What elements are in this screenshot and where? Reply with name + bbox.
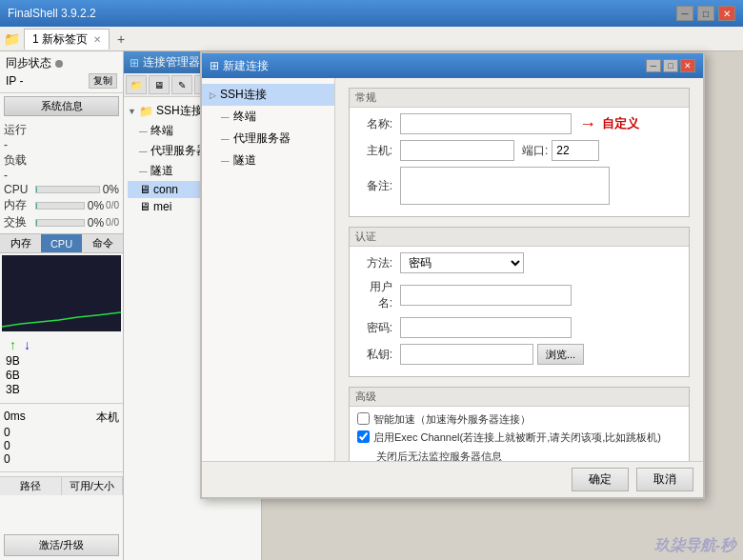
- close-btn[interactable]: ✕: [718, 6, 735, 21]
- download-val2: 3B: [6, 383, 20, 396]
- port-label: 端口:: [522, 143, 548, 159]
- minimize-btn[interactable]: ─: [676, 6, 693, 21]
- dialog-close-btn[interactable]: ✕: [680, 59, 695, 72]
- host-row: 主机: 端口:: [357, 140, 681, 161]
- private-key-label: 私钥:: [357, 347, 400, 363]
- cpu-value: 0%: [103, 183, 119, 196]
- cancel-btn[interactable]: 取消: [636, 468, 693, 491]
- dlg-tunnel-label: 隧道: [233, 152, 256, 169]
- method-select[interactable]: 密码 公钥 键盘交互: [400, 252, 524, 273]
- dlg-terminal-dash: ─: [221, 110, 230, 124]
- mei-item-label: mei: [153, 200, 171, 213]
- swap-bar-container: [35, 219, 85, 227]
- new-conn-btn[interactable]: 🖥: [149, 75, 170, 94]
- new-folder-btn[interactable]: 📁: [126, 75, 147, 94]
- ok-btn[interactable]: 确定: [572, 468, 629, 491]
- ping-val1: 0: [4, 426, 10, 439]
- main-tab[interactable]: 1 新标签页 ✕: [24, 29, 110, 50]
- auth-section-title: 认证: [350, 228, 689, 247]
- ip-label: IP -: [6, 74, 23, 88]
- private-key-input[interactable]: [400, 344, 533, 365]
- username-input[interactable]: [400, 285, 572, 306]
- method-label: 方法:: [357, 255, 400, 271]
- transfer-section: ↑ ↓ 9B 6B 3B: [0, 333, 123, 399]
- name-input[interactable]: [400, 113, 572, 134]
- conn-icon: ⊞: [130, 56, 139, 70]
- cpu-label: CPU: [4, 183, 32, 196]
- add-tab-btn[interactable]: +: [111, 30, 131, 49]
- dlg-tree-terminal[interactable]: ─ 终端: [202, 106, 334, 128]
- dlg-tunnel-dash: ─: [221, 154, 230, 168]
- advanced-section: 高级 智能加速（加速海外服务器连接） 启用Exec Channel(若连接上就被…: [349, 387, 690, 461]
- dlg-tree-tunnel[interactable]: ─ 隧道: [202, 150, 334, 171]
- terminal-label: 终端: [151, 123, 173, 139]
- sync-status-section: 同步状态 IP - 复制: [0, 51, 123, 93]
- dialog-right-form: 常规 名称: → 自定义 主机:: [335, 78, 703, 461]
- memory-label: 内存: [4, 197, 32, 213]
- maximize-btn[interactable]: □: [697, 6, 714, 21]
- running-label: 运行 -: [4, 122, 32, 151]
- exec-channel-note: 关闭后无法监控服务器信息: [376, 450, 502, 461]
- left-panel: 同步状态 IP - 复制 系统信息 运行 - 负载 - CPU 0%: [0, 51, 124, 560]
- tab-memory-btn[interactable]: 内存: [0, 234, 41, 252]
- dlg-tree-ssh[interactable]: ▷ SSH连接: [202, 84, 334, 106]
- note-input[interactable]: [400, 167, 610, 205]
- tab-bar: 📁 1 新标签页 ✕ +: [0, 27, 743, 51]
- dlg-ssh-label: SSH连接: [220, 87, 267, 103]
- name-row: 名称: → 自定义: [357, 113, 681, 134]
- port-input[interactable]: [552, 140, 599, 161]
- tab-command-btn[interactable]: 命令: [82, 234, 123, 252]
- conn-monitor-icon: 🖥: [139, 183, 151, 196]
- general-section-title: 常规: [350, 89, 689, 108]
- edit-btn[interactable]: ✎: [171, 75, 192, 94]
- tunnel-label: 隧道: [151, 163, 173, 179]
- download-val1: 6B: [6, 369, 20, 382]
- dlg-ssh-arrow: ▷: [210, 90, 216, 100]
- customize-arrow-icon: →: [579, 114, 596, 134]
- memory-value: 0%: [88, 199, 104, 212]
- customize-section: → 自定义: [579, 114, 639, 134]
- customize-label: 自定义: [602, 115, 639, 132]
- cpu-bar-container: [35, 186, 100, 193]
- route-tab[interactable]: 路径: [0, 477, 62, 495]
- username-row: 用户名:: [357, 279, 681, 311]
- dialog-minimize-btn[interactable]: ─: [646, 59, 661, 72]
- memory-bar-container: [35, 202, 85, 210]
- new-connection-dialog: ⊞ 新建连接 ─ □ ✕ ▷ SSH连接 ─ 终端 ─ 代理服务器: [200, 51, 705, 499]
- sys-info-btn[interactable]: 系统信息: [4, 96, 119, 116]
- ping-host: 本机: [96, 410, 119, 426]
- dlg-tree-proxy[interactable]: ─ 代理服务器: [202, 128, 334, 150]
- username-label: 用户名:: [357, 279, 400, 311]
- folder-icon: 📁: [4, 31, 20, 47]
- swap-value: 0%: [88, 216, 104, 230]
- ping-value: 0ms: [4, 410, 26, 426]
- dialog-title-icon: ⊞: [210, 59, 219, 72]
- method-row: 方法: 密码 公钥 键盘交互: [357, 252, 681, 273]
- dialog-left-tree: ▷ SSH连接 ─ 终端 ─ 代理服务器 ─ 隧道: [202, 78, 335, 461]
- app-title: FinalShell 3.9.2.2: [8, 7, 96, 20]
- dlg-proxy-dash: ─: [221, 132, 230, 146]
- host-input[interactable]: [400, 140, 514, 161]
- tab-cpu-btn[interactable]: CPU: [41, 234, 82, 252]
- ssh-label: SSH连接: [156, 103, 203, 119]
- dialog-maximize-btn[interactable]: □: [663, 59, 678, 72]
- copy-ip-btn[interactable]: 复制: [89, 73, 117, 89]
- cpu-chart-svg: [2, 255, 121, 331]
- tab-buttons: 内存 CPU 命令: [0, 233, 123, 253]
- conn-manager-label: 连接管理器: [143, 54, 200, 70]
- exec-channel-row: 启用Exec Channel(若连接上就被断开,请关闭该项,比如跳板机): [357, 430, 681, 445]
- password-row: 密码:: [357, 317, 681, 338]
- auth-form-body: 方法: 密码 公钥 键盘交互 用户名: 密码:: [350, 247, 689, 376]
- advanced-form-body: 智能加速（加速海外服务器连接） 启用Exec Channel(若连接上就被断开,…: [350, 407, 689, 461]
- avail-tab[interactable]: 可用/大小: [62, 477, 124, 495]
- ssh-arrow-icon: ▼: [128, 107, 136, 116]
- smart-accel-checkbox[interactable]: [357, 412, 370, 425]
- download-arrow-icon: ↓: [24, 337, 30, 352]
- activate-btn[interactable]: 激活/升级: [4, 534, 119, 556]
- browse-btn[interactable]: 浏览...: [537, 344, 584, 365]
- exec-channel-checkbox[interactable]: [357, 430, 370, 443]
- proxy-label: 代理服务器: [151, 143, 208, 159]
- tab-close-icon[interactable]: ✕: [93, 34, 101, 45]
- title-bar: FinalShell 3.9.2.2 ─ □ ✕: [0, 0, 743, 27]
- password-input[interactable]: [400, 317, 572, 338]
